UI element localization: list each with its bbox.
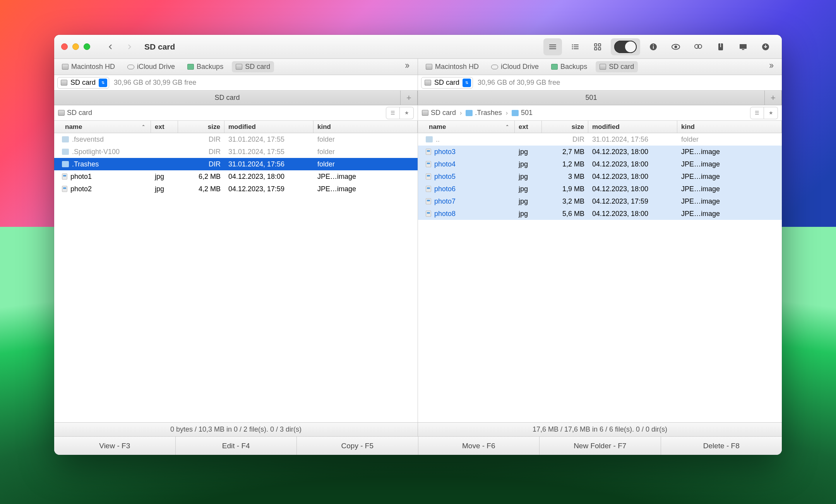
file-row[interactable]: photo8jpg5,6 MB04.12.2023, 18:00JPE…imag… — [418, 207, 782, 220]
file-kind: folder — [677, 135, 782, 144]
col-name[interactable]: name⌃ — [418, 121, 515, 133]
dual-pane-toggle[interactable] — [611, 38, 640, 55]
monitor-button[interactable] — [734, 38, 752, 55]
pane-left[interactable]: .fseventsdDIR31.01.2024, 17:55folder.Spo… — [54, 133, 418, 422]
location-icloud-drive[interactable]: iCloud Drive — [123, 61, 179, 72]
hdd-icon — [58, 110, 65, 116]
breadcrumb-item[interactable]: SD card — [58, 109, 92, 117]
file-name: photo5 — [434, 173, 456, 181]
col-kind[interactable]: kind — [677, 121, 782, 133]
svg-rect-4 — [598, 44, 601, 46]
fn-view[interactable]: View - F3 — [54, 437, 176, 455]
fn-delete[interactable]: Delete - F8 — [661, 437, 782, 455]
breadcrumb-item[interactable]: .Trashes — [466, 109, 502, 117]
info-button[interactable] — [644, 38, 663, 55]
hdd-icon — [422, 110, 428, 116]
function-key-bar: View - F3 Edit - F4 Copy - F5 Move - F6 … — [54, 436, 782, 455]
file-modified: 31.01.2024, 17:55 — [224, 135, 314, 144]
svg-rect-17 — [742, 49, 744, 50]
file-row[interactable]: ..DIR31.01.2024, 17:56folder — [418, 133, 782, 146]
tab-add-right[interactable]: + — [765, 91, 782, 105]
locations-bar: Macintosh HDiCloud DriveBackupsSD card M… — [54, 59, 782, 75]
file-row[interactable]: photo1jpg6,2 MB04.12.2023, 18:00JPE…imag… — [54, 170, 418, 183]
col-size[interactable]: size — [178, 121, 224, 133]
col-modified[interactable]: modified — [588, 121, 677, 133]
locations-overflow[interactable] — [768, 62, 778, 71]
app-window: SD card Mac — [54, 35, 782, 455]
location-macintosh-hd[interactable]: Macintosh HD — [58, 61, 119, 72]
download-button[interactable] — [756, 38, 775, 55]
view-grid-button[interactable] — [588, 38, 607, 55]
back-button[interactable] — [103, 39, 118, 55]
tab-right[interactable]: 501 — [418, 91, 765, 105]
minimize-button[interactable] — [72, 43, 79, 50]
location-sd-card[interactable]: SD card — [232, 61, 274, 72]
col-ext[interactable]: ext — [515, 121, 542, 133]
file-icon — [426, 173, 431, 180]
archive-button[interactable] — [711, 38, 730, 55]
location-backups[interactable]: Backups — [183, 61, 227, 72]
forward-button[interactable] — [122, 39, 137, 55]
folder-icon — [466, 110, 473, 116]
file-row[interactable]: .fseventsdDIR31.01.2024, 17:55folder — [54, 133, 418, 146]
folder-icon — [62, 149, 69, 155]
favorite-button[interactable]: ★ — [400, 107, 414, 119]
location-macintosh-hd[interactable]: Macintosh HD — [422, 61, 483, 72]
view-hamburger-button[interactable] — [543, 38, 562, 55]
fn-edit[interactable]: Edit - F4 — [176, 437, 297, 455]
file-row[interactable]: .Spotlight-V100DIR31.01.2024, 17:55folde… — [54, 146, 418, 158]
file-row[interactable]: photo2jpg4,2 MB04.12.2023, 17:59JPE…imag… — [54, 183, 418, 195]
file-row[interactable]: photo6jpg1,9 MB04.12.2023, 18:00JPE…imag… — [418, 183, 782, 195]
file-row[interactable]: .TrashesDIR31.01.2024, 17:56folder — [54, 158, 418, 170]
tab-add-left[interactable]: + — [401, 91, 418, 105]
col-kind[interactable]: kind — [314, 121, 418, 133]
file-modified: 04.12.2023, 17:59 — [224, 185, 314, 193]
svg-point-2 — [572, 48, 573, 49]
volume-select-left[interactable]: SD card ⇅ — [57, 77, 109, 89]
favorite-button[interactable]: ★ — [764, 107, 778, 119]
pane-right[interactable]: ..DIR31.01.2024, 17:56folderphoto3jpg2,7… — [418, 133, 782, 422]
file-icon — [426, 161, 431, 167]
file-row[interactable]: photo7jpg3,2 MB04.12.2023, 17:59JPE…imag… — [418, 195, 782, 207]
col-ext[interactable]: ext — [151, 121, 178, 133]
view-mode-button[interactable]: ☰ — [386, 107, 400, 119]
file-kind: JPE…image — [677, 160, 782, 168]
breadcrumb-separator: › — [506, 110, 508, 117]
breadcrumb-item[interactable]: 501 — [512, 109, 533, 117]
preview-button[interactable] — [666, 38, 685, 55]
location-backups[interactable]: Backups — [547, 61, 591, 72]
view-mode-button[interactable]: ☰ — [750, 107, 764, 119]
volume-free-right: 30,96 GB of 30,99 GB free — [478, 79, 560, 87]
volume-select-right[interactable]: SD card ⇅ — [421, 77, 473, 89]
col-name[interactable]: name⌃ — [54, 121, 151, 133]
file-icon — [426, 186, 431, 192]
file-modified: 04.12.2023, 18:00 — [588, 173, 677, 181]
locations-overflow[interactable] — [404, 62, 414, 71]
fn-copy[interactable]: Copy - F5 — [297, 437, 418, 455]
svg-rect-15 — [720, 43, 721, 47]
search-button[interactable] — [689, 38, 708, 55]
col-modified[interactable]: modified — [224, 121, 314, 133]
file-name: .. — [436, 135, 440, 144]
tab-left[interactable]: SD card — [54, 91, 401, 105]
file-row[interactable]: photo5jpg3 MB04.12.2023, 18:00JPE…image — [418, 170, 782, 183]
file-name: .Trashes — [72, 160, 99, 168]
fn-move[interactable]: Move - F6 — [418, 437, 540, 455]
location-sd-card[interactable]: SD card — [596, 61, 638, 72]
breadcrumb-item[interactable]: SD card — [422, 109, 456, 117]
zoom-button[interactable] — [84, 43, 90, 50]
file-row[interactable]: photo4jpg1,2 MB04.12.2023, 18:00JPE…imag… — [418, 158, 782, 170]
location-label: Macintosh HD — [435, 63, 479, 71]
folder-icon — [62, 161, 69, 167]
close-button[interactable] — [61, 43, 68, 50]
fn-newfolder[interactable]: New Folder - F7 — [540, 437, 661, 455]
file-ext: jpg — [515, 148, 542, 156]
file-modified: 31.01.2024, 17:56 — [588, 135, 677, 144]
view-list-button[interactable] — [566, 38, 584, 55]
file-size: 1,9 MB — [542, 185, 588, 193]
location-icloud-drive[interactable]: iCloud Drive — [487, 61, 543, 72]
hdd-icon — [425, 80, 431, 86]
file-row[interactable]: photo3jpg2,7 MB04.12.2023, 18:00JPE…imag… — [418, 146, 782, 158]
file-size: DIR — [178, 135, 224, 144]
col-size[interactable]: size — [542, 121, 588, 133]
